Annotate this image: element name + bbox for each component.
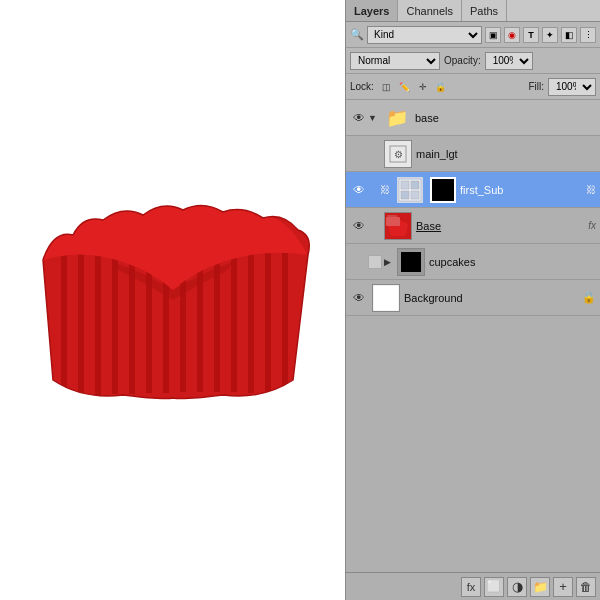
visibility-checkbox-cupcakes (368, 255, 382, 269)
panel-bottom: fx ⬜ ◑ 📁 + 🗑 (346, 572, 600, 600)
svg-rect-1 (78, 235, 84, 395)
cupcake-shape (23, 190, 323, 410)
lock-paint-btn[interactable]: ✏️ (398, 80, 412, 94)
svg-rect-12 (265, 233, 271, 393)
layer-thumb-background (372, 284, 400, 312)
layer-item-base-group[interactable]: 👁 ▼ 📁 base (346, 100, 600, 136)
add-style-btn[interactable]: fx (461, 577, 481, 597)
layer-name-base: Base (416, 220, 586, 232)
tab-channels[interactable]: Channels (398, 0, 461, 21)
layer-name-base-group: base (415, 112, 596, 124)
layer-item-cupcakes[interactable]: □ ▶ cupcakes (346, 244, 600, 280)
visibility-icon-first-sub[interactable]: 👁 (350, 181, 368, 199)
layer-thumb-cupcakes (397, 248, 425, 276)
lock-transparent-btn[interactable]: ◫ (380, 80, 394, 94)
tab-paths[interactable]: Paths (462, 0, 507, 21)
adjustment-filter-icon[interactable]: ◉ (504, 27, 520, 43)
svg-rect-26 (373, 285, 399, 311)
svg-text:⚙: ⚙ (394, 149, 403, 160)
expand-triangle-cupcakes[interactable]: ▶ (384, 257, 391, 267)
shape-filter-icon[interactable]: ✦ (542, 27, 558, 43)
new-adjustment-btn[interactable]: ◑ (507, 577, 527, 597)
svg-rect-13 (282, 242, 288, 392)
lock-all-btn[interactable]: 🔒 (434, 80, 448, 94)
kind-select[interactable]: Kind (367, 26, 482, 44)
new-layer-btn[interactable]: + (553, 577, 573, 597)
lock-icon-background: 🔒 (582, 291, 596, 304)
visibility-icon-background[interactable]: 👁 (350, 289, 368, 307)
search-icon: 🔍 (350, 28, 364, 41)
lock-row: Lock: ◫ ✏️ ✛ 🔒 Fill: 100% 75% 50% (346, 74, 600, 100)
svg-rect-0 (61, 240, 67, 395)
svg-rect-20 (411, 191, 419, 199)
layer-item-first-sub[interactable]: 👁 ⛓ first_Sub ⛓ (346, 172, 600, 208)
layer-item-background[interactable]: 👁 Background 🔒 (346, 280, 600, 316)
expand-triangle-base[interactable]: ▼ (368, 113, 377, 123)
layer-thumb-base (384, 212, 412, 240)
svg-rect-23 (386, 217, 400, 226)
canvas-area (0, 0, 345, 600)
new-group-btn[interactable]: 📁 (530, 577, 550, 597)
lock-label: Lock: (350, 81, 374, 92)
panel-tabs: Layers Channels Paths (346, 0, 600, 22)
layer-thumb-main-lgt: ⚙ (384, 140, 412, 168)
layer-mask-first-sub (430, 177, 456, 203)
visibility-icon-base-group[interactable]: 👁 (350, 109, 368, 127)
layers-list[interactable]: 👁 ▼ 📁 base □ ⚙ main_lgt 👁 ⛓ (346, 100, 600, 572)
layer-name-cupcakes: cupcakes (429, 256, 596, 268)
lock-position-btn[interactable]: ✛ (416, 80, 430, 94)
fx-badge-base: fx (588, 220, 596, 231)
opacity-select[interactable]: 100% 75% 50% 25% (485, 52, 533, 70)
layer-thumb-base-group: 📁 (383, 104, 411, 132)
layer-thumb-first-sub (396, 176, 424, 204)
opacity-label: Opacity: (444, 55, 481, 66)
pixel-filter-icon[interactable]: ▣ (485, 27, 501, 43)
fill-select[interactable]: 100% 75% 50% (548, 78, 596, 96)
add-mask-btn[interactable]: ⬜ (484, 577, 504, 597)
delete-layer-btn[interactable]: 🗑 (576, 577, 596, 597)
svg-rect-19 (401, 191, 409, 199)
link-right-icon: ⛓ (586, 184, 596, 195)
link-left-icon: ⛓ (380, 184, 390, 195)
type-filter-icon[interactable]: T (523, 27, 539, 43)
smart-filter-icon[interactable]: ◧ (561, 27, 577, 43)
visibility-icon-cupcakes[interactable]: □ (350, 253, 368, 271)
extra-filter-icon[interactable]: ⋮ (580, 27, 596, 43)
svg-rect-25 (401, 252, 421, 272)
fill-label: Fill: (528, 81, 544, 92)
kind-row: 🔍 Kind ▣ ◉ T ✦ ◧ ⋮ (346, 22, 600, 48)
svg-rect-17 (401, 181, 409, 189)
layer-item-main-lgt[interactable]: □ ⚙ main_lgt (346, 136, 600, 172)
tab-layers[interactable]: Layers (346, 0, 398, 21)
layer-name-first-sub: first_Sub (460, 184, 584, 196)
visibility-icon-main-lgt[interactable]: □ (350, 145, 368, 163)
layer-item-base[interactable]: 👁 Base fx (346, 208, 600, 244)
svg-rect-18 (411, 181, 419, 189)
blend-row: Normal Dissolve Multiply Opacity: 100% 7… (346, 48, 600, 74)
layer-name-main-lgt: main_lgt (416, 148, 596, 160)
layers-panel: Layers Channels Paths 🔍 Kind ▣ ◉ T ✦ ◧ ⋮… (345, 0, 600, 600)
visibility-icon-base[interactable]: 👁 (350, 217, 368, 235)
layer-name-background: Background (404, 292, 582, 304)
blend-mode-select[interactable]: Normal Dissolve Multiply (350, 52, 440, 70)
